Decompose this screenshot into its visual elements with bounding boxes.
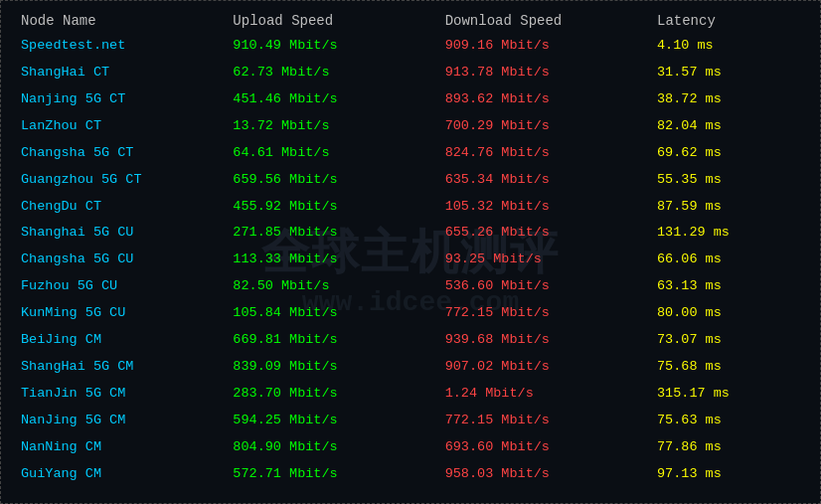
cell-upload: 283.70 Mbit/s — [225, 381, 436, 408]
table-row: Changsha 5G CU113.33 Mbit/s93.25 Mbit/s6… — [13, 247, 808, 273]
table-row: Speedtest.net910.49 Mbit/s909.16 Mbit/s4… — [13, 33, 808, 60]
cell-node: Fuzhou 5G CU — [13, 273, 225, 300]
cell-node: NanJing 5G CM — [13, 408, 225, 434]
cell-upload: 910.49 Mbit/s — [225, 33, 436, 60]
cell-upload: 113.33 Mbit/s — [225, 247, 436, 273]
table-row: ShangHai 5G CM839.09 Mbit/s907.02 Mbit/s… — [13, 354, 808, 381]
cell-node: GuiYang CM — [13, 461, 225, 488]
cell-latency: 69.62 ms — [649, 140, 808, 167]
speed-table: Node Name Upload Speed Download Speed La… — [13, 9, 808, 488]
cell-download: 913.78 Mbit/s — [437, 60, 649, 86]
table-row: ChengDu CT455.92 Mbit/s105.32 Mbit/s87.5… — [13, 194, 808, 221]
cell-latency: 38.72 ms — [649, 86, 808, 113]
cell-upload: 839.09 Mbit/s — [225, 354, 436, 381]
cell-download: 655.26 Mbit/s — [437, 220, 649, 247]
cell-latency: 66.06 ms — [649, 247, 808, 273]
cell-latency: 82.04 ms — [649, 113, 808, 140]
cell-download: 893.62 Mbit/s — [437, 86, 649, 113]
cell-upload: 13.72 Mbit/s — [225, 113, 436, 140]
cell-upload: 455.92 Mbit/s — [225, 194, 436, 221]
cell-download: 824.76 Mbit/s — [437, 140, 649, 167]
cell-latency: 75.68 ms — [649, 354, 808, 381]
cell-upload: 572.71 Mbit/s — [225, 461, 436, 488]
cell-latency: 80.00 ms — [649, 300, 808, 327]
cell-download: 907.02 Mbit/s — [437, 354, 649, 381]
cell-latency: 55.35 ms — [649, 167, 808, 194]
cell-node: BeiJing CM — [13, 327, 225, 354]
cell-download: 909.16 Mbit/s — [437, 33, 649, 60]
cell-latency: 315.17 ms — [649, 381, 808, 408]
table-row: ShangHai CT62.73 Mbit/s913.78 Mbit/s31.5… — [13, 60, 808, 86]
cell-upload: 62.73 Mbit/s — [225, 60, 436, 86]
cell-node: ChengDu CT — [13, 194, 225, 221]
cell-download: 635.34 Mbit/s — [437, 167, 649, 194]
cell-upload: 669.81 Mbit/s — [225, 327, 436, 354]
header-latency: Latency — [649, 9, 808, 33]
cell-node: Guangzhou 5G CT — [13, 167, 225, 194]
cell-latency: 4.10 ms — [649, 33, 808, 60]
cell-download: 958.03 Mbit/s — [437, 461, 649, 488]
main-container: 全球主机测评 www.idcee.com Node Name Upload Sp… — [0, 0, 821, 504]
header-node: Node Name — [13, 9, 225, 33]
cell-node: KunMing 5G CU — [13, 300, 225, 327]
cell-node: Nanjing 5G CT — [13, 86, 225, 113]
cell-upload: 659.56 Mbit/s — [225, 167, 436, 194]
header-download: Download Speed — [437, 9, 649, 33]
cell-upload: 451.46 Mbit/s — [225, 86, 436, 113]
table-row: Nanjing 5G CT451.46 Mbit/s893.62 Mbit/s3… — [13, 86, 808, 113]
cell-latency: 31.57 ms — [649, 60, 808, 86]
cell-node: NanNing CM — [13, 434, 225, 461]
cell-node: TianJin 5G CM — [13, 381, 225, 408]
table-row: Fuzhou 5G CU82.50 Mbit/s536.60 Mbit/s63.… — [13, 273, 808, 300]
table-row: NanNing CM804.90 Mbit/s693.60 Mbit/s77.8… — [13, 434, 808, 461]
header-upload: Upload Speed — [225, 9, 436, 33]
table-header-row: Node Name Upload Speed Download Speed La… — [13, 9, 808, 33]
cell-upload: 594.25 Mbit/s — [225, 408, 436, 434]
cell-node: Changsha 5G CT — [13, 140, 225, 167]
table-row: LanZhou CT13.72 Mbit/s700.29 Mbit/s82.04… — [13, 113, 808, 140]
cell-node: Changsha 5G CU — [13, 247, 225, 273]
cell-latency: 77.86 ms — [649, 434, 808, 461]
table-row: NanJing 5G CM594.25 Mbit/s772.15 Mbit/s7… — [13, 408, 808, 434]
cell-download: 772.15 Mbit/s — [437, 408, 649, 434]
table-row: KunMing 5G CU105.84 Mbit/s772.15 Mbit/s8… — [13, 300, 808, 327]
cell-node: Speedtest.net — [13, 33, 225, 60]
cell-download: 105.32 Mbit/s — [437, 194, 649, 221]
table-row: TianJin 5G CM283.70 Mbit/s1.24 Mbit/s315… — [13, 381, 808, 408]
table-row: Changsha 5G CT64.61 Mbit/s824.76 Mbit/s6… — [13, 140, 808, 167]
cell-latency: 73.07 ms — [649, 327, 808, 354]
cell-upload: 105.84 Mbit/s — [225, 300, 436, 327]
cell-upload: 82.50 Mbit/s — [225, 273, 436, 300]
cell-upload: 804.90 Mbit/s — [225, 434, 436, 461]
cell-upload: 64.61 Mbit/s — [225, 140, 436, 167]
cell-latency: 131.29 ms — [649, 220, 808, 247]
cell-node: ShangHai 5G CM — [13, 354, 225, 381]
cell-download: 1.24 Mbit/s — [437, 381, 649, 408]
cell-node: ShangHai CT — [13, 60, 225, 86]
cell-latency: 87.59 ms — [649, 194, 808, 221]
cell-node: LanZhou CT — [13, 113, 225, 140]
cell-latency: 75.63 ms — [649, 408, 808, 434]
table-row: BeiJing CM669.81 Mbit/s939.68 Mbit/s73.0… — [13, 327, 808, 354]
table-body: Speedtest.net910.49 Mbit/s909.16 Mbit/s4… — [13, 33, 808, 488]
cell-download: 536.60 Mbit/s — [437, 273, 649, 300]
cell-upload: 271.85 Mbit/s — [225, 220, 436, 247]
cell-latency: 97.13 ms — [649, 461, 808, 488]
table-row: Shanghai 5G CU271.85 Mbit/s655.26 Mbit/s… — [13, 220, 808, 247]
cell-latency: 63.13 ms — [649, 273, 808, 300]
cell-download: 939.68 Mbit/s — [437, 327, 649, 354]
table-row: GuiYang CM572.71 Mbit/s958.03 Mbit/s97.1… — [13, 461, 808, 488]
cell-download: 93.25 Mbit/s — [437, 247, 649, 273]
cell-node: Shanghai 5G CU — [13, 220, 225, 247]
cell-download: 700.29 Mbit/s — [437, 113, 649, 140]
cell-download: 693.60 Mbit/s — [437, 434, 649, 461]
cell-download: 772.15 Mbit/s — [437, 300, 649, 327]
table-row: Guangzhou 5G CT659.56 Mbit/s635.34 Mbit/… — [13, 167, 808, 194]
